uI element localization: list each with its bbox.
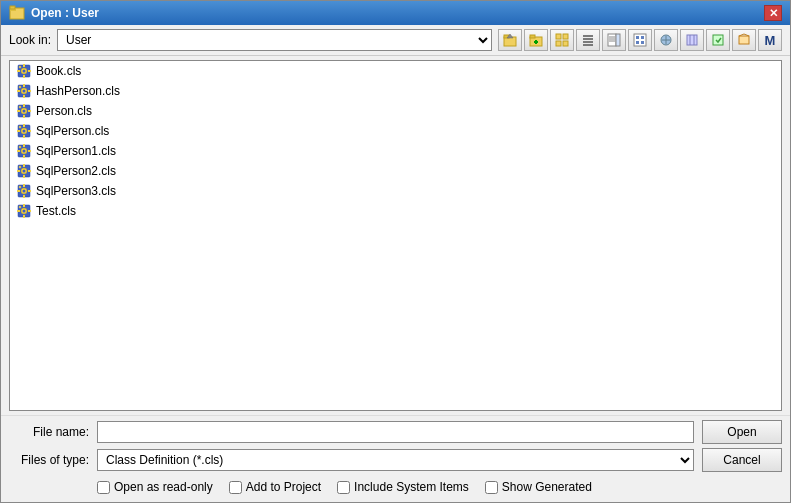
btn10[interactable] bbox=[732, 29, 756, 51]
file-icon bbox=[16, 143, 32, 159]
svg-point-80 bbox=[23, 170, 26, 173]
list-item[interactable]: SqlPerson1.cls bbox=[10, 141, 781, 161]
svg-rect-2 bbox=[10, 6, 15, 9]
file-name-text: SqlPerson1.cls bbox=[36, 144, 116, 158]
svg-rect-92 bbox=[28, 190, 31, 192]
bottom-section: File name: Open Files of type: Class Def… bbox=[1, 415, 790, 502]
list-item[interactable]: Test.cls bbox=[10, 201, 781, 221]
file-name-row: File name: Open bbox=[9, 420, 782, 444]
file-name-input[interactable] bbox=[97, 421, 694, 443]
add-to-project-label: Add to Project bbox=[246, 480, 321, 494]
svg-rect-74 bbox=[23, 155, 25, 158]
list-item[interactable]: Book.cls bbox=[10, 61, 781, 81]
file-name-input-wrapper bbox=[97, 421, 694, 443]
svg-rect-31 bbox=[687, 35, 697, 45]
svg-rect-35 bbox=[739, 36, 749, 44]
svg-rect-10 bbox=[556, 34, 561, 39]
open-button[interactable]: Open bbox=[702, 420, 782, 444]
svg-rect-51 bbox=[17, 90, 20, 92]
files-of-type-combo-wrapper: Class Definition (*.cls) bbox=[97, 449, 694, 471]
list-item[interactable]: Person.cls bbox=[10, 101, 781, 121]
svg-rect-50 bbox=[23, 95, 25, 98]
svg-rect-49 bbox=[23, 84, 25, 87]
svg-rect-89 bbox=[23, 184, 25, 187]
toolbar: Look in: User bbox=[1, 25, 790, 56]
file-icon bbox=[16, 163, 32, 179]
folder-up-btn[interactable] bbox=[498, 29, 522, 51]
svg-rect-98 bbox=[23, 215, 25, 218]
svg-rect-58 bbox=[23, 115, 25, 118]
file-name-text: Test.cls bbox=[36, 204, 76, 218]
include-system-items-label: Include System Items bbox=[354, 480, 469, 494]
svg-rect-23 bbox=[634, 34, 646, 46]
svg-rect-76 bbox=[28, 150, 31, 152]
file-icon bbox=[16, 103, 32, 119]
open-readonly-checkbox[interactable] bbox=[97, 481, 110, 494]
svg-rect-68 bbox=[28, 130, 31, 132]
title-bar: Open : User ✕ bbox=[1, 1, 790, 25]
svg-rect-65 bbox=[23, 124, 25, 127]
file-name-text: SqlPerson3.cls bbox=[36, 184, 116, 198]
svg-rect-13 bbox=[563, 41, 568, 46]
svg-rect-90 bbox=[23, 195, 25, 198]
svg-rect-26 bbox=[636, 41, 639, 44]
svg-rect-11 bbox=[563, 34, 568, 39]
svg-point-64 bbox=[23, 130, 26, 133]
files-of-type-row: Files of type: Class Definition (*.cls) … bbox=[9, 448, 782, 472]
add-to-project-item: Add to Project bbox=[229, 480, 321, 494]
btn11[interactable]: M bbox=[758, 29, 782, 51]
file-name-text: SqlPerson.cls bbox=[36, 124, 109, 138]
list-btn[interactable] bbox=[550, 29, 574, 51]
svg-rect-42 bbox=[23, 75, 25, 78]
svg-rect-52 bbox=[28, 90, 31, 92]
svg-rect-81 bbox=[23, 164, 25, 167]
svg-rect-73 bbox=[23, 144, 25, 147]
svg-rect-67 bbox=[17, 130, 20, 132]
show-generated-label: Show Generated bbox=[502, 480, 592, 494]
btn9[interactable] bbox=[706, 29, 730, 51]
list-item[interactable]: SqlPerson2.cls bbox=[10, 161, 781, 181]
svg-rect-82 bbox=[23, 175, 25, 178]
svg-rect-44 bbox=[28, 70, 31, 72]
svg-rect-25 bbox=[641, 36, 644, 39]
svg-rect-97 bbox=[23, 204, 25, 207]
svg-rect-60 bbox=[28, 110, 31, 112]
file-name-text: Book.cls bbox=[36, 64, 81, 78]
list-item[interactable]: SqlPerson3.cls bbox=[10, 181, 781, 201]
include-system-items-checkbox[interactable] bbox=[337, 481, 350, 494]
svg-rect-83 bbox=[17, 170, 20, 172]
svg-rect-18 bbox=[608, 34, 616, 46]
btn6[interactable] bbox=[628, 29, 652, 51]
look-in-label: Look in: bbox=[9, 33, 51, 47]
list-item[interactable]: SqlPerson.cls bbox=[10, 121, 781, 141]
open-dialog: Open : User ✕ Look in: User bbox=[0, 0, 791, 503]
new-folder-btn[interactable] bbox=[524, 29, 548, 51]
svg-rect-12 bbox=[556, 41, 561, 46]
show-generated-checkbox[interactable] bbox=[485, 481, 498, 494]
cancel-button[interactable]: Cancel bbox=[702, 448, 782, 472]
svg-point-88 bbox=[23, 190, 26, 193]
checkboxes-row: Open as read-only Add to Project Include… bbox=[97, 476, 782, 498]
svg-rect-100 bbox=[28, 210, 31, 212]
close-button[interactable]: ✕ bbox=[764, 5, 782, 21]
details-btn[interactable] bbox=[576, 29, 600, 51]
add-to-project-checkbox[interactable] bbox=[229, 481, 242, 494]
svg-rect-24 bbox=[636, 36, 639, 39]
look-in-combo[interactable]: User bbox=[57, 29, 492, 51]
list-item[interactable]: HashPerson.cls bbox=[10, 81, 781, 101]
files-of-type-combo[interactable]: Class Definition (*.cls) bbox=[97, 449, 694, 471]
svg-point-56 bbox=[23, 110, 26, 113]
svg-rect-91 bbox=[17, 190, 20, 192]
preview-btn[interactable] bbox=[602, 29, 626, 51]
dialog-title: Open : User bbox=[31, 6, 99, 20]
btn8[interactable] bbox=[680, 29, 704, 51]
file-list[interactable]: Book.cls HashPerson.cls Person.cls SqlPe… bbox=[9, 60, 782, 411]
svg-point-72 bbox=[23, 150, 26, 153]
svg-rect-59 bbox=[17, 110, 20, 112]
svg-rect-43 bbox=[17, 70, 20, 72]
include-system-items-item: Include System Items bbox=[337, 480, 469, 494]
file-icon bbox=[16, 83, 32, 99]
btn7[interactable] bbox=[654, 29, 678, 51]
look-in-combo-wrapper: User bbox=[57, 29, 492, 51]
file-icon bbox=[16, 63, 32, 79]
